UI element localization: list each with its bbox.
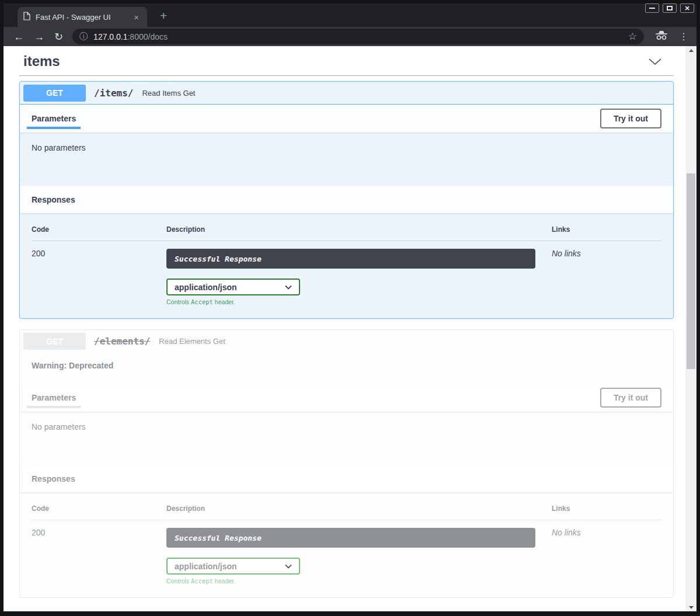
opblock-summary[interactable]: GET /elements/ Read Elements Get [20, 330, 673, 353]
links-column-header: Links [552, 225, 661, 234]
browser-tab[interactable]: Fast API - Swagger UI × [18, 7, 147, 27]
try-it-out-button[interactable]: Try it out [600, 388, 661, 408]
description-column-header: Description [166, 225, 552, 234]
scrollbar-thumb[interactable] [687, 173, 695, 369]
method-badge: GET [23, 85, 86, 102]
page-document-icon [23, 12, 30, 23]
close-window-button[interactable]: ✕ [680, 4, 694, 13]
opblock-get-items: GET /items/ Read Items Get Parameters Tr… [19, 81, 674, 319]
responses-table-head: Code Description Links [32, 501, 661, 520]
browser-toolbar: ← → ↻ ⓘ 127.0.0.1:8000/docs ☆ ⋮ [4, 27, 696, 46]
url-bar[interactable]: ⓘ 127.0.0.1:8000/docs ☆ [72, 29, 644, 44]
browser-menu-icon[interactable]: ⋮ [679, 31, 688, 42]
responses-header: Responses [20, 465, 673, 492]
url-path: :8000/docs [127, 32, 168, 41]
maximize-button[interactable] [663, 4, 677, 13]
response-row-200: 200 Successful Response application/json… [32, 241, 661, 305]
method-badge: GET [23, 333, 86, 350]
incognito-icon [654, 30, 668, 43]
responses-table: Code Description Links 200 Successful Re… [20, 213, 673, 318]
endpoint-path: /elements/ [94, 336, 150, 347]
forward-icon[interactable]: → [34, 32, 44, 42]
responses-table: Code Description Links 200 Successful Re… [20, 492, 673, 597]
section-divider [19, 75, 674, 76]
info-icon[interactable]: ⓘ [79, 32, 88, 42]
media-type-value: application/json [175, 562, 237, 571]
parameters-header: Parameters Try it out [20, 384, 673, 412]
response-code: 200 [32, 528, 166, 584]
minimize-button[interactable] [645, 4, 659, 13]
tab-title: Fast API - Swagger UI [36, 13, 131, 22]
page-viewport: items GET /items/ Read Items Get Paramet… [4, 46, 696, 611]
endpoint-path: /items/ [94, 88, 133, 99]
try-it-out-button[interactable]: Try it out [600, 109, 661, 128]
url-host: 127.0.0.1 [93, 32, 127, 41]
parameters-body: No parameters [20, 412, 673, 465]
opblock-summary[interactable]: GET /items/ Read Items Get [20, 82, 673, 105]
new-tab-button[interactable]: + [156, 9, 170, 23]
controls-accept-note: Controls Accept header. [166, 577, 552, 584]
deprecated-warning: Warning: Deprecated [20, 353, 673, 384]
no-parameters-text: No parameters [32, 143, 86, 152]
parameters-header: Parameters Try it out [20, 105, 673, 133]
section-title: items [23, 53, 60, 69]
opblock-get-elements-deprecated: GET /elements/ Read Elements Get Warning… [19, 329, 674, 598]
responses-header: Responses [20, 186, 673, 213]
responses-title: Responses [32, 474, 75, 483]
description-column-header: Description [166, 504, 552, 513]
tab-parameters[interactable]: Parameters [27, 384, 81, 412]
vertical-scrollbar[interactable] [685, 46, 696, 611]
endpoint-summary: Read Elements Get [159, 337, 225, 346]
tab-parameters[interactable]: Parameters [27, 105, 81, 133]
endpoint-summary: Read Items Get [142, 89, 195, 98]
responses-title: Responses [32, 195, 75, 204]
media-type-select[interactable]: application/json [166, 279, 300, 295]
controls-accept-note: Controls Accept header. [166, 298, 552, 305]
bookmark-star-icon[interactable]: ☆ [628, 30, 637, 43]
parameters-body: No parameters [20, 133, 673, 186]
back-icon[interactable]: ← [13, 32, 24, 42]
tab-close-icon[interactable]: × [131, 12, 141, 22]
media-type-select[interactable]: application/json [166, 558, 300, 575]
items-section-header[interactable]: items [19, 51, 674, 75]
scroll-up-arrow-icon[interactable] [685, 46, 696, 54]
minimize-icon [649, 8, 655, 9]
media-type-value: application/json [175, 283, 237, 292]
response-code: 200 [32, 249, 166, 305]
swagger-content: items GET /items/ Read Items Get Paramet… [4, 46, 685, 611]
response-description-box: Successful Response [166, 249, 535, 269]
no-links-text: No links [552, 249, 661, 305]
close-icon: ✕ [684, 5, 689, 12]
maximize-icon [667, 6, 673, 11]
no-links-text: No links [552, 528, 661, 584]
window-controls: ✕ [645, 4, 694, 13]
scroll-down-arrow-icon[interactable] [685, 603, 696, 611]
response-row-200: 200 Successful Response application/json… [32, 520, 661, 584]
chevron-down-icon[interactable] [648, 58, 662, 65]
tab-strip: Fast API - Swagger UI × + ✕ [4, 4, 696, 27]
response-description-box: Successful Response [166, 528, 535, 548]
code-column-header: Code [32, 504, 166, 513]
no-parameters-text: No parameters [32, 422, 86, 431]
reload-icon[interactable]: ↻ [54, 32, 63, 42]
responses-table-head: Code Description Links [32, 222, 661, 241]
links-column-header: Links [552, 504, 661, 513]
code-column-header: Code [32, 225, 166, 234]
